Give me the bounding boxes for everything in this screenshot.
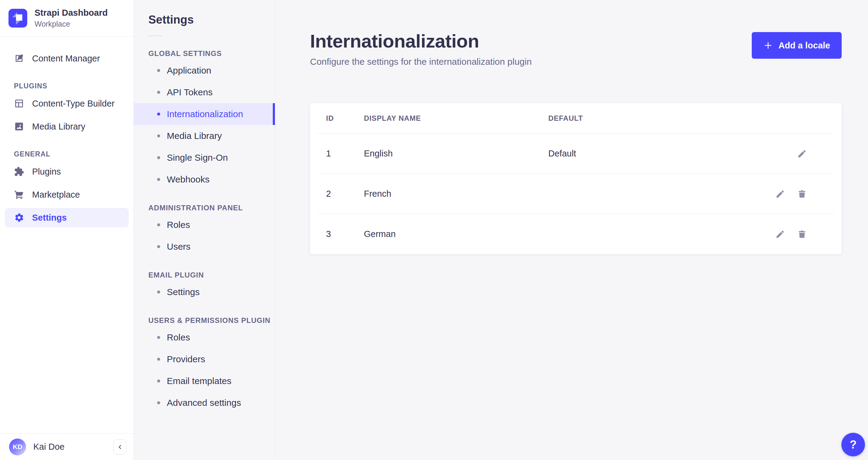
sidebar-item-content-type-builder[interactable]: Content-Type Builder bbox=[5, 94, 129, 113]
subnav-item-advanced-settings[interactable]: Advanced settings bbox=[134, 392, 275, 414]
bullet-icon bbox=[157, 223, 160, 226]
help-button[interactable]: ? bbox=[841, 433, 865, 456]
subnav-item-api-tokens[interactable]: API Tokens bbox=[134, 81, 275, 103]
subnav-section-label: USERS & PERMISSIONS PLUGIN bbox=[148, 316, 275, 325]
subnav-section-label: EMAIL PLUGIN bbox=[148, 271, 275, 279]
marketplace-icon bbox=[14, 190, 24, 200]
locales-table-header: IDDISPLAY NAMEDEFAULT bbox=[310, 103, 842, 133]
subnav-item-roles[interactable]: Roles bbox=[134, 214, 275, 236]
sidebar-item-content-manager[interactable]: Content Manager bbox=[5, 49, 129, 68]
main-nav: Content ManagerPLUGINSContent-Type Build… bbox=[0, 37, 133, 433]
bullet-icon bbox=[157, 336, 160, 339]
sidebar-item-plugins[interactable]: Plugins bbox=[5, 162, 129, 181]
page-subtitle: Configure the settings for the internati… bbox=[310, 57, 532, 67]
edit-locale-button[interactable] bbox=[775, 229, 785, 239]
sidebar-section: Content Manager bbox=[5, 49, 129, 68]
sidebar-item-label: Media Library bbox=[32, 122, 85, 132]
bullet-icon bbox=[157, 380, 160, 383]
delete-locale-button[interactable] bbox=[797, 229, 807, 239]
pencil-icon bbox=[775, 229, 785, 239]
strapi-logo-icon bbox=[8, 9, 27, 28]
bullet-icon bbox=[157, 69, 160, 72]
sidebar-item-settings[interactable]: Settings bbox=[5, 208, 129, 227]
trash-icon bbox=[797, 189, 807, 199]
bullet-icon bbox=[157, 245, 160, 248]
locale-actions bbox=[775, 149, 807, 159]
locale-id: 2 bbox=[326, 189, 364, 199]
sidebar-section-label: PLUGINS bbox=[5, 82, 129, 90]
page-header: Internationalization Configure the setti… bbox=[310, 30, 842, 67]
brand-subtitle: Workplace bbox=[34, 20, 108, 28]
brand[interactable]: Strapi Dashboard Workplace bbox=[0, 0, 133, 36]
bullet-icon bbox=[157, 134, 160, 137]
subnav-item-label: Media Library bbox=[167, 131, 222, 141]
subnav-title: Settings bbox=[148, 13, 275, 26]
locale-id: 1 bbox=[326, 149, 364, 159]
subnav-item-webhooks[interactable]: Webhooks bbox=[134, 169, 275, 190]
subnav-item-application[interactable]: Application bbox=[134, 60, 275, 81]
subnav-section: EMAIL PLUGINSettings bbox=[134, 271, 275, 303]
main-content: Internationalization Configure the setti… bbox=[275, 0, 868, 460]
sidebar-item-label: Plugins bbox=[32, 167, 61, 177]
subnav-item-media-library[interactable]: Media Library bbox=[134, 125, 275, 147]
subnav-item-label: Roles bbox=[167, 332, 190, 342]
sidebar-item-label: Content-Type Builder bbox=[32, 99, 115, 109]
locale-actions bbox=[775, 189, 807, 199]
subnav-item-roles[interactable]: Roles bbox=[134, 327, 275, 348]
locale-display-name: French bbox=[364, 189, 548, 199]
column-header-default: DEFAULT bbox=[548, 114, 775, 123]
subnav-section-label: ADMINISTRATION PANEL bbox=[148, 204, 275, 212]
subnav-item-users[interactable]: Users bbox=[134, 236, 275, 258]
edit-locale-button[interactable] bbox=[775, 189, 785, 199]
subnav-item-label: Providers bbox=[167, 354, 205, 364]
plugins-icon bbox=[14, 166, 24, 177]
subnav-item-email-templates[interactable]: Email templates bbox=[134, 370, 275, 392]
subnav-item-providers[interactable]: Providers bbox=[134, 348, 275, 370]
subnav-sections: GLOBAL SETTINGSApplicationAPI TokensInte… bbox=[134, 49, 275, 414]
page-title: Internationalization bbox=[310, 30, 532, 52]
collapse-sidebar-button[interactable] bbox=[114, 439, 126, 455]
bullet-icon bbox=[157, 156, 160, 159]
subnav-item-label: Users bbox=[167, 241, 190, 252]
locale-id: 3 bbox=[326, 229, 364, 239]
edit-locale-button[interactable] bbox=[797, 149, 807, 159]
content-manager-icon bbox=[14, 53, 24, 64]
locale-display-name: English bbox=[364, 149, 548, 159]
add-locale-button[interactable]: Add a locale bbox=[752, 32, 842, 59]
settings-icon bbox=[14, 212, 24, 223]
pencil-icon bbox=[775, 189, 785, 199]
subnav-item-label: Internationalization bbox=[167, 109, 243, 119]
subnav-item-settings[interactable]: Settings bbox=[134, 281, 275, 303]
subnav-item-internationalization[interactable]: Internationalization bbox=[134, 103, 275, 125]
subnav-section-label: GLOBAL SETTINGS bbox=[148, 49, 275, 58]
divider bbox=[148, 35, 163, 36]
locales-table-card: IDDISPLAY NAMEDEFAULT 1EnglishDefault2Fr… bbox=[310, 103, 842, 254]
user-name: Kai Doe bbox=[33, 442, 64, 452]
subnav-item-label: Advanced settings bbox=[167, 398, 241, 408]
subnav-item-label: Roles bbox=[167, 220, 190, 230]
trash-icon bbox=[797, 229, 807, 239]
chevron-left-icon bbox=[116, 443, 124, 451]
subnav-item-label: Application bbox=[167, 65, 211, 76]
locale-default: Default bbox=[548, 149, 775, 159]
page-header-text: Internationalization Configure the setti… bbox=[310, 30, 532, 67]
subnav-section: ADMINISTRATION PANELRolesUsers bbox=[134, 204, 275, 258]
sidebar-footer: KD Kai Doe bbox=[0, 433, 133, 460]
subnav-section: GLOBAL SETTINGSApplicationAPI TokensInte… bbox=[134, 49, 275, 190]
settings-subnav: Settings GLOBAL SETTINGSApplicationAPI T… bbox=[134, 0, 275, 460]
pencil-icon bbox=[797, 149, 807, 159]
subnav-item-label: Settings bbox=[167, 287, 199, 297]
content-type-builder-icon bbox=[14, 98, 24, 109]
plus-icon bbox=[763, 40, 773, 50]
sidebar-item-marketplace[interactable]: Marketplace bbox=[5, 185, 129, 204]
subnav-item-single-sign-on[interactable]: Single Sign-On bbox=[134, 147, 275, 169]
sidebar-item-label: Settings bbox=[32, 213, 67, 223]
subnav-section: USERS & PERMISSIONS PLUGINRolesProviders… bbox=[134, 316, 275, 414]
avatar[interactable]: KD bbox=[9, 438, 26, 456]
delete-locale-button[interactable] bbox=[797, 189, 807, 199]
subnav-item-label: API Tokens bbox=[167, 87, 213, 97]
subnav-item-label: Email templates bbox=[167, 376, 231, 386]
sidebar-section-label: GENERAL bbox=[5, 150, 129, 158]
brand-text: Strapi Dashboard Workplace bbox=[34, 8, 108, 28]
sidebar-item-media-library[interactable]: Media Library bbox=[5, 117, 129, 136]
